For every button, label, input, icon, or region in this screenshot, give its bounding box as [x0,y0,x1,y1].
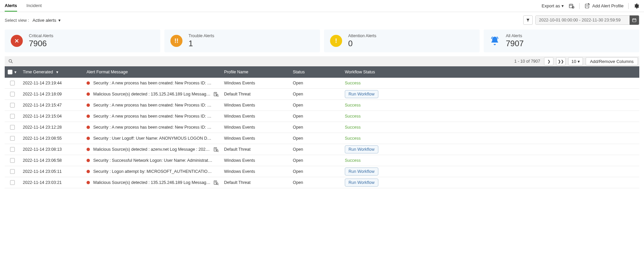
severity-dot-icon [87,81,90,85]
run-workflow-button[interactable]: Run Workflow [345,179,378,187]
card-attention-alerts[interactable]: ! Attention Alerts 0 [324,29,480,52]
cell-message: Security : Successful Network Logon: Use… [93,158,212,163]
card-trouble-value: 1 [189,39,214,48]
cell-status: Open [290,81,342,85]
cell-message: Security : A new process has been create… [93,103,212,108]
card-critical-title: Critical Alerts [29,33,53,38]
details-icon[interactable] [213,180,219,185]
trouble-icon: !! [170,35,182,47]
gear-icon[interactable] [633,3,639,9]
table-row[interactable]: 2022-11-14 23:15:04Security : A new proc… [5,111,639,122]
table-row[interactable]: 2022-11-14 23:08:55Security : User Logof… [5,133,639,144]
col-time-label: Time Generated [23,70,53,74]
cell-status: Open [290,114,342,119]
cell-time: 2022-11-14 23:19:44 [20,81,84,85]
row-checkbox[interactable] [10,125,15,130]
table-row[interactable]: 2022-11-14 23:03:21Malicious Source(s) d… [5,177,639,188]
calendar-button[interactable] [630,15,639,25]
schedule-export-icon[interactable] [569,3,575,9]
details-icon[interactable] [213,147,219,152]
cell-status: Open [290,136,342,141]
row-checkbox[interactable] [10,81,15,85]
date-range-input[interactable] [536,16,630,24]
cell-status: Open [290,158,342,163]
svg-rect-0 [569,4,573,8]
severity-dot-icon [87,181,90,184]
filter-button[interactable] [523,15,533,25]
run-workflow-button[interactable]: Run Workflow [345,145,378,153]
cell-profile: Windows Events [221,103,290,108]
critical-icon [11,35,23,47]
row-checkbox[interactable] [10,114,15,119]
page-size-dropdown[interactable]: 10 ▾ [568,57,583,65]
severity-dot-icon [87,148,90,151]
table-row[interactable]: 2022-11-14 23:06:58Security : Successful… [5,155,639,166]
caret-down-icon: ▾ [58,18,61,23]
svg-rect-2 [585,4,589,8]
cell-message: Malicious Source(s) detected : 135.125.2… [93,180,211,185]
table-row[interactable]: 2022-11-14 23:05:11Security : Logon atte… [5,166,639,177]
row-checkbox[interactable] [10,180,15,185]
view-dropdown[interactable]: Active alerts ▾ [33,18,61,23]
workflow-status-success: Success [345,158,361,163]
cell-message: Malicious Source(s) detected : azenv.net… [93,147,211,152]
cell-status: Open [290,169,342,174]
run-workflow-button[interactable]: Run Workflow [345,90,378,98]
workflow-status-success: Success [345,114,361,119]
row-checkbox[interactable] [10,92,15,96]
cell-profile: Windows Events [221,114,290,119]
card-critical-alerts[interactable]: Critical Alerts 7906 [5,29,160,52]
next-page-button[interactable]: ❯ [544,57,553,65]
table-row[interactable]: 2022-11-14 23:18:09Malicious Source(s) d… [5,89,639,100]
row-checkbox[interactable] [10,158,15,163]
col-status-header[interactable]: Status [290,70,342,74]
row-checkbox[interactable] [10,147,15,152]
cell-message: Security : A new process has been create… [93,81,212,85]
table-row[interactable]: 2022-11-14 23:15:47Security : A new proc… [5,100,639,111]
tab-incident[interactable]: Incident [26,0,42,12]
card-trouble-alerts[interactable]: !! Trouble Alerts 1 [164,29,320,52]
cell-time: 2022-11-14 23:15:47 [20,103,84,108]
cell-message: Security : Logon attempt by: MICROSOFT_A… [93,169,212,174]
tab-alerts[interactable]: Alerts [5,0,17,12]
cell-time: 2022-11-14 23:08:55 [20,136,84,141]
card-trouble-title: Trouble Alerts [189,33,214,38]
cell-status: Open [290,92,342,96]
cell-profile: Windows Events [221,81,290,85]
details-icon[interactable] [213,91,219,97]
col-workflow-header[interactable]: Workflow Status [342,70,639,74]
cell-status: Open [290,125,342,130]
export-as-dropdown[interactable]: Export as ▾ [542,3,564,8]
table-row[interactable]: 2022-11-14 23:12:28Security : A new proc… [5,122,639,133]
workflow-status-success: Success [345,136,361,141]
cell-profile: Default Threat [221,92,290,96]
severity-dot-icon [87,137,90,140]
search-icon[interactable] [6,59,15,64]
cell-time: 2022-11-14 23:18:09 [20,92,84,96]
run-workflow-button[interactable]: Run Workflow [345,167,378,176]
col-profile-header[interactable]: Profile Name [221,70,290,74]
row-checkbox[interactable] [10,136,15,141]
cell-profile: Default Threat [221,180,290,185]
cell-message: Security : A new process has been create… [93,125,212,130]
card-critical-value: 7906 [29,39,53,48]
col-msg-header[interactable]: Alert Format Message [84,70,221,74]
last-page-button[interactable]: ❯❯ [556,57,566,65]
row-checkbox[interactable] [10,103,15,108]
cell-profile: Windows Events [221,125,290,130]
severity-dot-icon [87,92,90,96]
pagination-range: 1 - 10 of 7907 [514,59,541,64]
cell-message: Security : A new process has been create… [93,114,212,119]
col-time-header[interactable]: Time Generated ▼ [20,70,84,74]
add-remove-columns-button[interactable]: Add/Remove Columns [586,57,638,65]
add-alert-profile-button[interactable]: Add Alert Profile [584,3,624,9]
cell-time: 2022-11-14 23:05:11 [20,169,84,174]
table-row[interactable]: 2022-11-14 23:19:44Security : A new proc… [5,78,639,89]
card-all-alerts[interactable]: All Alerts 7907 [484,29,639,52]
row-checkbox[interactable] [10,169,15,174]
select-all-checkbox[interactable] [8,70,12,74]
table-row[interactable]: 2022-11-14 23:08:13Malicious Source(s) d… [5,144,639,155]
add-alert-profile-label: Add Alert Profile [592,3,624,8]
svg-rect-4 [633,19,636,22]
sort-desc-icon: ▼ [56,70,59,74]
